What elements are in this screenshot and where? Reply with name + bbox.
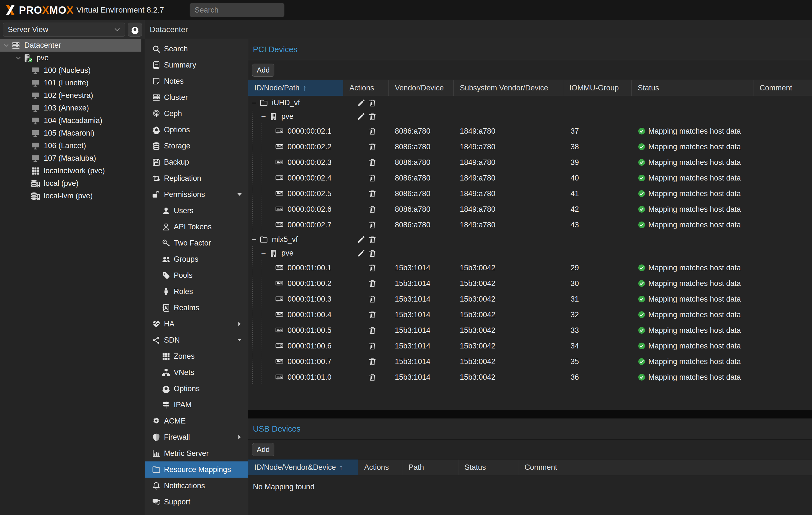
tree-item-105-macaroni[interactable]: 105 (Macaroni) (0, 127, 141, 139)
sidebar-item-firewall[interactable]: Firewall (145, 429, 248, 445)
sidebar-item-groups[interactable]: Groups (145, 251, 248, 267)
sidebar-item-resource-mappings[interactable]: Resource Mappings (145, 461, 248, 478)
trash-icon[interactable] (368, 142, 376, 151)
pci-row-0000-00-02-1[interactable]: 0000:00:02.18086:a7801849:a78037Mapping … (248, 123, 812, 139)
chevron-down-icon[interactable] (3, 42, 9, 49)
pencil-icon[interactable] (357, 236, 365, 244)
column-header-iommu-group[interactable]: IOMMU-Group (563, 80, 632, 96)
sidebar-item-options[interactable]: Options (145, 121, 248, 138)
trash-icon[interactable] (368, 357, 376, 366)
trash-icon[interactable] (368, 158, 376, 167)
sidebar-item-two-factor[interactable]: Two Factor (145, 235, 248, 251)
sidebar-item-summary[interactable]: Summary (145, 57, 248, 73)
sidebar-item-notifications[interactable]: Notifications (145, 478, 248, 494)
global-search-input[interactable] (190, 3, 284, 17)
collapse-toggle[interactable]: − (251, 236, 257, 244)
pci-row-0000-01-01-0[interactable]: 0000:01:01.015b3:101415b3:004236Mapping … (248, 369, 812, 385)
pci-row-0000-01-00-1[interactable]: 0000:01:00.115b3:101415b3:004229Mapping … (248, 260, 812, 276)
pci-row-iuhd-vf[interactable]: −iUHD_vf (248, 96, 812, 110)
collapse-toggle[interactable]: − (260, 249, 267, 258)
column-header-subsystem-vendor-device[interactable]: Subsystem Vendor/Device (454, 80, 563, 96)
pci-row-0000-00-02-5[interactable]: 0000:00:02.58086:a7801849:a78041Mapping … (248, 186, 812, 201)
trash-icon[interactable] (368, 189, 376, 198)
chevron-down-icon[interactable] (15, 55, 22, 61)
trash-icon[interactable] (368, 373, 376, 381)
trash-icon[interactable] (368, 249, 376, 258)
trash-icon[interactable] (368, 295, 376, 303)
sidebar-item-storage[interactable]: Storage (145, 138, 248, 154)
pci-row-0000-01-00-6[interactable]: 0000:01:00.615b3:101415b3:004234Mapping … (248, 338, 812, 354)
collapse-toggle[interactable]: − (260, 112, 267, 121)
sidebar-item-vnets[interactable]: VNets (145, 364, 248, 381)
column-header-id-node-path[interactable]: ID/Node/Path↑ (248, 80, 343, 96)
trash-icon[interactable] (368, 221, 376, 229)
sidebar-item-sdn[interactable]: SDN (145, 332, 248, 348)
sidebar-item-acme[interactable]: ACME (145, 413, 248, 429)
trash-icon[interactable] (368, 279, 376, 288)
trash-icon[interactable] (368, 264, 376, 272)
tree-item-103-annexe[interactable]: 103 (Annexe) (0, 102, 141, 114)
trash-icon[interactable] (368, 342, 376, 350)
sidebar-item-zones[interactable]: Zones (145, 348, 248, 364)
pencil-icon[interactable] (357, 249, 365, 258)
sidebar-item-backup[interactable]: Backup (145, 154, 248, 170)
trash-icon[interactable] (368, 174, 376, 182)
pci-row-0000-00-02-7[interactable]: 0000:00:02.78086:a7801849:a78043Mapping … (248, 217, 812, 233)
trash-icon[interactable] (368, 112, 376, 121)
tree-item-106-lancet[interactable]: 106 (Lancet) (0, 139, 141, 152)
trash-icon[interactable] (368, 127, 376, 135)
sidebar-item-api-tokens[interactable]: API Tokens (145, 219, 248, 235)
tree-item-local-lvm-pve[interactable]: local-lvm (pve) (0, 190, 141, 202)
sidebar-item-cluster[interactable]: Cluster (145, 89, 248, 105)
pci-row-mlx5-vf[interactable]: −mlx5_vf (248, 233, 812, 246)
column-header-id-node-vendor-device[interactable]: ID/Node/Vendor&Device↑ (248, 459, 358, 475)
pci-row-0000-01-00-7[interactable]: 0000:01:00.715b3:101415b3:004235Mapping … (248, 354, 812, 369)
column-header-actions[interactable]: Actions (358, 459, 402, 475)
tree-item-107-macaluba[interactable]: 107 (Macaluba) (0, 152, 141, 165)
sidebar-item-metric-server[interactable]: Metric Server (145, 445, 248, 461)
sidebar-item-ipam[interactable]: IPAM (145, 397, 248, 413)
sidebar-item-users[interactable]: Users (145, 202, 248, 219)
pci-row-0000-01-00-3[interactable]: 0000:01:00.315b3:101415b3:004231Mapping … (248, 291, 812, 307)
sidebar-item-support[interactable]: Support (145, 494, 248, 510)
tree-item-104-macadamia[interactable]: 104 (Macadamia) (0, 114, 141, 127)
collapse-toggle[interactable]: − (251, 99, 257, 107)
trash-icon[interactable] (368, 99, 376, 107)
sidebar-item-pools[interactable]: Pools (145, 267, 248, 283)
pci-row-0000-01-00-2[interactable]: 0000:01:00.215b3:101415b3:004230Mapping … (248, 276, 812, 291)
pci-row-0000-00-02-6[interactable]: 0000:00:02.68086:a7801849:a78042Mapping … (248, 201, 812, 217)
pci-row-0000-01-00-4[interactable]: 0000:01:00.415b3:101415b3:004232Mapping … (248, 307, 812, 323)
trash-icon[interactable] (368, 326, 376, 334)
tree-item-localnetwork-pve[interactable]: localnetwork (pve) (0, 165, 141, 177)
usb-add-button[interactable]: Add (252, 443, 274, 456)
sidebar-item-roles[interactable]: Roles (145, 283, 248, 300)
column-header-status[interactable]: Status (458, 459, 518, 475)
sidebar-item-replication[interactable]: Replication (145, 170, 248, 186)
sidebar-item-search[interactable]: Search (145, 41, 248, 57)
tree-item-100-nucleus[interactable]: 100 (Nucleus) (0, 64, 141, 77)
sidebar-item-permissions[interactable]: Permissions (145, 186, 248, 202)
column-header-status[interactable]: Status (632, 80, 753, 96)
pci-row-0000-01-00-5[interactable]: 0000:01:00.515b3:101415b3:004233Mapping … (248, 323, 812, 338)
tree-item-102-fenestra[interactable]: 102 (Fenestra) (0, 89, 141, 102)
column-header-comment[interactable]: Comment (753, 80, 812, 96)
pci-add-button[interactable]: Add (252, 63, 274, 77)
pci-row-0000-00-02-2[interactable]: 0000:00:02.28086:a7801849:a78038Mapping … (248, 139, 812, 155)
pci-row-pve[interactable]: −pve (248, 110, 812, 123)
trash-icon[interactable] (368, 205, 376, 213)
pencil-icon[interactable] (357, 99, 365, 107)
column-header-actions[interactable]: Actions (343, 80, 389, 96)
panel-splitter[interactable] (248, 410, 812, 418)
sidebar-item-ceph[interactable]: Ceph (145, 105, 248, 121)
sidebar-item-realms[interactable]: Realms (145, 300, 248, 316)
pci-row-0000-00-02-4[interactable]: 0000:00:02.48086:a7801849:a78040Mapping … (248, 170, 812, 186)
pci-row-pve[interactable]: −pve (248, 246, 812, 260)
column-header-path[interactable]: Path (402, 459, 458, 475)
sidebar-item-options[interactable]: Options (145, 381, 248, 397)
tree-item-local-pve[interactable]: local (pve) (0, 177, 141, 190)
pci-row-0000-00-02-3[interactable]: 0000:00:02.38086:a7801849:a78039Mapping … (248, 155, 812, 170)
trash-icon[interactable] (368, 236, 376, 244)
column-header-vendor-device[interactable]: Vendor/Device (389, 80, 454, 96)
view-selector-dropdown[interactable]: Server View (3, 23, 125, 36)
sidebar-item-notes[interactable]: Notes (145, 73, 248, 89)
